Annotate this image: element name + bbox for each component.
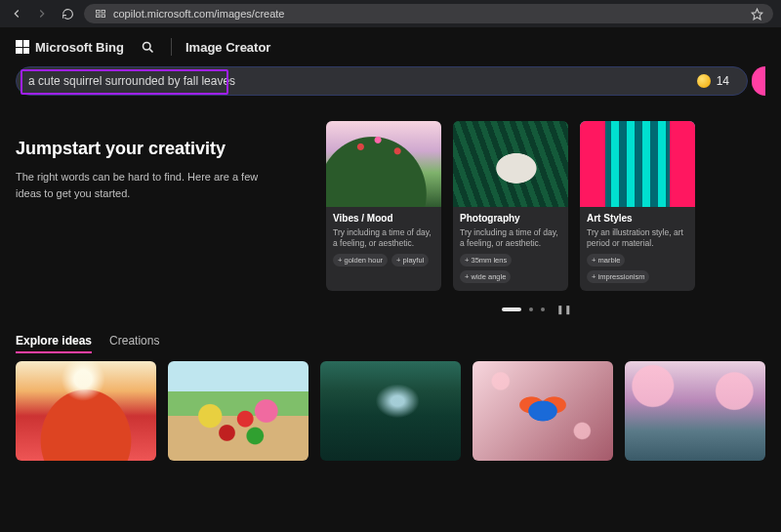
carousel-page-active[interactable]: [502, 307, 521, 311]
prompt-row: 14: [0, 66, 781, 107]
gallery-tile[interactable]: [625, 361, 765, 461]
suggestion-cards: Vibes / Mood Try including a time of day…: [326, 121, 695, 291]
browser-chrome: copilot.microsoft.com/images/create: [0, 0, 781, 27]
forward-button[interactable]: [33, 5, 51, 22]
reload-button[interactable]: [59, 5, 76, 22]
chip[interactable]: + marble: [587, 254, 625, 266]
card-vibes[interactable]: Vibes / Mood Try including a time of day…: [326, 121, 441, 291]
svg-rect-3: [102, 15, 105, 18]
coin-icon: [697, 74, 711, 88]
card-thumb: [453, 121, 568, 207]
pause-icon[interactable]: ❚❚: [556, 305, 572, 314]
carousel-controls: ❚❚: [0, 305, 781, 314]
card-title: Art Styles: [587, 213, 688, 224]
card-desc: Try including a time of day, a feeling, …: [333, 227, 434, 248]
hero-text: Jumpstart your creativity The right word…: [16, 121, 308, 291]
brand-text: Microsoft Bing: [35, 40, 124, 55]
card-title: Vibes / Mood: [333, 213, 434, 224]
card-desc: Try including a time of day, a feeling, …: [460, 227, 561, 248]
microsoft-icon: [16, 40, 29, 54]
hero-title: Jumpstart your creativity: [16, 139, 308, 159]
carousel-dot[interactable]: [529, 307, 533, 311]
card-title: Photography: [460, 213, 561, 224]
chip[interactable]: + impressionism: [587, 270, 649, 283]
carousel-dot[interactable]: [541, 307, 545, 311]
card-desc: Try an illustration style, art period or…: [587, 227, 688, 248]
app-header: Microsoft Bing Image Creator: [0, 27, 781, 66]
gallery-tile[interactable]: [168, 361, 308, 461]
svg-rect-1: [102, 11, 105, 14]
card-photography[interactable]: Photography Try including a time of day,…: [453, 121, 568, 291]
prompt-input[interactable]: [28, 74, 697, 88]
hero-section: Jumpstart your creativity The right word…: [0, 107, 781, 299]
svg-rect-2: [97, 15, 101, 18]
tab-explore-ideas[interactable]: Explore ideas: [16, 334, 92, 353]
gallery-tile[interactable]: [473, 361, 613, 461]
chip[interactable]: + golden hour: [333, 254, 388, 266]
chip[interactable]: + wide angle: [460, 270, 511, 283]
chip[interactable]: + 35mm lens: [460, 254, 512, 266]
address-bar[interactable]: copilot.microsoft.com/images/create: [84, 4, 773, 23]
prompt-box[interactable]: 14: [16, 66, 748, 96]
header-divider: [171, 38, 172, 56]
brand-logo[interactable]: Microsoft Bing: [16, 40, 124, 55]
gallery-tile[interactable]: [320, 361, 461, 461]
app-title: Image Creator: [185, 40, 270, 55]
boost-count: 14: [717, 74, 729, 88]
gallery-tile[interactable]: [16, 361, 156, 461]
svg-point-5: [143, 42, 150, 50]
card-thumb: [326, 121, 441, 207]
chip[interactable]: + playful: [391, 254, 429, 266]
svg-marker-4: [752, 9, 762, 20]
back-button[interactable]: [8, 5, 25, 22]
tab-creations[interactable]: Creations: [109, 334, 159, 353]
svg-rect-0: [97, 11, 101, 14]
create-button[interactable]: [752, 66, 765, 96]
svg-line-6: [149, 49, 152, 52]
url-text: copilot.microsoft.com/images/create: [113, 8, 284, 20]
boost-counter[interactable]: 14: [697, 74, 729, 88]
hero-subtitle: The right words can be hard to find. Her…: [16, 169, 269, 201]
search-icon[interactable]: [138, 37, 157, 57]
bookmark-icon[interactable]: [751, 8, 763, 20]
site-settings-icon[interactable]: [94, 7, 107, 20]
card-thumb: [580, 121, 695, 207]
card-art-styles[interactable]: Art Styles Try an illustration style, ar…: [580, 121, 695, 291]
content-tabs: Explore ideas Creations: [0, 316, 781, 361]
explore-gallery: [0, 361, 781, 476]
